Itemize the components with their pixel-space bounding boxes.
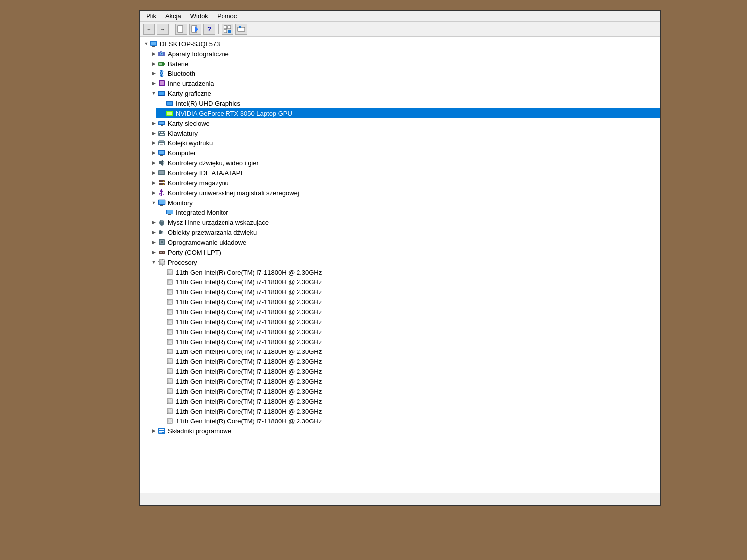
tree-item-monitors[interactable]: ▼ Monitory	[148, 198, 660, 208]
tree-item-int-monitor[interactable]: Integrated Monitor	[156, 208, 660, 217]
svg-rect-74	[160, 252, 161, 253]
computer-label: Komputer	[168, 149, 196, 157]
tree-root[interactable]: ▼ DESKTOP-SJQL573	[140, 39, 660, 49]
tree-item-cpu-4[interactable]: 11th Gen Intel(R) Core(TM) i7-11800H @ 2…	[156, 297, 660, 307]
cpu-13-label: 11th Gen Intel(R) Core(TM) i7-11800H @ 2…	[176, 388, 322, 395]
tree-item-bluetooth[interactable]: ▶ Bluetooth	[148, 69, 660, 78]
monitors-expand[interactable]: ▼	[150, 199, 158, 207]
tree-item-cpu-14[interactable]: 11th Gen Intel(R) Core(TM) i7-11800H @ 2…	[156, 396, 660, 406]
audio-obj-label: Obiekty przetwarzania dźwięku	[168, 229, 257, 236]
software-expand[interactable]: ▶	[150, 427, 158, 435]
tree-item-cpu-3[interactable]: 11th Gen Intel(R) Core(TM) i7-11800H @ 2…	[156, 287, 660, 297]
svg-rect-40	[164, 132, 165, 133]
cpu-11-label: 11th Gen Intel(R) Core(TM) i7-11800H @ 2…	[176, 368, 322, 375]
tree-item-batteries[interactable]: ▶ Baterie	[148, 59, 660, 69]
audio-obj-icon	[158, 228, 166, 236]
tree-item-cpu-13[interactable]: 11th Gen Intel(R) Core(TM) i7-11800H @ 2…	[156, 386, 660, 396]
other-expand[interactable]: ▶	[150, 79, 158, 87]
storage-label: Kontrolery magazynu	[168, 179, 229, 187]
root-label: DESKTOP-SJQL573	[160, 40, 220, 48]
menu-pomoc[interactable]: Pomoc	[213, 11, 241, 21]
tree-item-audio-obj[interactable]: ▶ Obiekty przetwarzania dźwięku	[148, 227, 660, 237]
update-driver-button[interactable]	[189, 24, 201, 35]
keyboards-expand[interactable]: ▶	[150, 129, 158, 137]
menu-akcja[interactable]: Akcja	[161, 11, 185, 21]
svg-rect-37	[159, 132, 160, 133]
print-expand[interactable]: ▶	[150, 139, 158, 147]
tree-item-cpu-1[interactable]: 11th Gen Intel(R) Core(TM) i7-11800H @ 2…	[156, 267, 660, 277]
tree-item-firmware[interactable]: ▶ Oprogramowanie układowe	[148, 237, 660, 247]
tree-item-gpus[interactable]: ▼ Karty graficzne	[148, 88, 660, 98]
tree-item-cpu-11[interactable]: 11th Gen Intel(R) Core(TM) i7-11800H @ 2…	[156, 366, 660, 376]
tree-item-cpu-9[interactable]: 11th Gen Intel(R) Core(TM) i7-11800H @ 2…	[156, 347, 660, 356]
sound-icon	[158, 159, 166, 167]
firmware-expand[interactable]: ▶	[150, 238, 158, 246]
root-expand[interactable]: ▼	[142, 40, 150, 48]
svg-rect-8	[224, 30, 227, 33]
ide-expand[interactable]: ▶	[150, 169, 158, 177]
svg-rect-72	[161, 241, 163, 243]
tree-item-mice[interactable]: ▶ Mysz i inne urządzenia wskazujące	[148, 217, 660, 227]
intel-gpu-icon	[166, 99, 174, 107]
sound-expand[interactable]: ▶	[150, 159, 158, 167]
svg-rect-65	[168, 214, 171, 215]
help-button[interactable]: ?	[203, 24, 215, 35]
cpu-4-label: 11th Gen Intel(R) Core(TM) i7-11800H @ 2…	[176, 298, 322, 306]
tree-item-cpu-7[interactable]: 11th Gen Intel(R) Core(TM) i7-11800H @ 2…	[156, 327, 660, 337]
back-button[interactable]: ←	[143, 24, 155, 35]
tree-item-computer[interactable]: ▶ Komputer	[148, 148, 660, 158]
tree-view[interactable]: ▼ DESKTOP-SJQL573 ▶	[140, 37, 660, 493]
svg-rect-19	[160, 51, 162, 52]
update-icon	[191, 25, 199, 33]
batteries-expand[interactable]: ▶	[150, 60, 158, 68]
audio-obj-expand[interactable]: ▶	[150, 228, 158, 236]
tree-item-cpu-10[interactable]: 11th Gen Intel(R) Core(TM) i7-11800H @ 2…	[156, 356, 660, 366]
svg-rect-10	[238, 27, 245, 31]
tree-item-ide[interactable]: ▶ Kontrolery IDE ATA/ATAPI	[148, 168, 660, 178]
comp-icon	[158, 149, 166, 157]
tree-item-intel-uhd[interactable]: Intel(R) UHD Graphics	[156, 98, 660, 108]
tree-item-nvidia[interactable]: NVIDIA GeForce RTX 3050 Laptop GPU	[156, 108, 660, 118]
view-button[interactable]	[222, 24, 233, 35]
tree-item-cpu-12[interactable]: 11th Gen Intel(R) Core(TM) i7-11800H @ 2…	[156, 376, 660, 386]
svg-rect-22	[159, 63, 162, 65]
svg-rect-52	[159, 171, 164, 174]
cpu-12-label: 11th Gen Intel(R) Core(TM) i7-11800H @ 2…	[176, 378, 322, 385]
tree-item-processors[interactable]: ▼ Procesory	[148, 257, 660, 267]
tree-item-sound[interactable]: ▶ Kontrolery dźwięku, wideo i gier	[148, 158, 660, 168]
mice-expand[interactable]: ▶	[150, 218, 158, 226]
tree-item-cameras[interactable]: ▶ Aparaty fotograficzne	[148, 49, 660, 59]
computer-expand[interactable]: ▶	[150, 149, 158, 157]
tree-item-keyboards[interactable]: ▶ Klawiatury	[148, 128, 660, 138]
tree-item-ports[interactable]: ▶ Porty (COM i LPT)	[148, 247, 660, 257]
tree-item-other[interactable]: ▶ Inne urządzenia	[148, 78, 660, 88]
ports-expand[interactable]: ▶	[150, 248, 158, 256]
cpu-14-icon	[166, 397, 174, 405]
tree-item-cpu-5[interactable]: 11th Gen Intel(R) Core(TM) i7-11800H @ 2…	[156, 307, 660, 317]
tree-item-cpu-15[interactable]: 11th Gen Intel(R) Core(TM) i7-11800H @ 2…	[156, 406, 660, 416]
network-label: Karty sieciowe	[168, 120, 210, 127]
menu-plik[interactable]: Plik	[142, 11, 160, 21]
cameras-expand[interactable]: ▶	[150, 50, 158, 58]
svg-rect-28	[158, 95, 165, 96]
network-expand[interactable]: ▶	[150, 119, 158, 127]
usb-expand[interactable]: ▶	[150, 189, 158, 197]
forward-button[interactable]: →	[157, 24, 169, 35]
storage-expand[interactable]: ▶	[150, 179, 158, 187]
tree-item-cpu-6[interactable]: 11th Gen Intel(R) Core(TM) i7-11800H @ 2…	[156, 317, 660, 327]
tree-item-usb[interactable]: ▶ Kontrolery uniwersalnej magistrali sze…	[148, 188, 660, 198]
svg-rect-110	[168, 380, 171, 383]
processors-expand[interactable]: ▼	[150, 258, 158, 266]
properties-button[interactable]	[175, 24, 187, 35]
tree-item-storage[interactable]: ▶ Kontrolery magazynu	[148, 178, 660, 188]
tree-item-cpu-8[interactable]: 11th Gen Intel(R) Core(TM) i7-11800H @ 2…	[156, 337, 660, 347]
tree-item-cpu-2[interactable]: 11th Gen Intel(R) Core(TM) i7-11800H @ 2…	[156, 277, 660, 287]
tree-item-network[interactable]: ▶ Karty sieciowe	[148, 118, 660, 128]
bluetooth-expand[interactable]: ▶	[150, 70, 158, 77]
menu-widok[interactable]: Widok	[186, 11, 212, 21]
tree-item-print[interactable]: ▶ Kolejki wydruku	[148, 138, 660, 148]
tree-item-software[interactable]: ▶ Składniki programowe	[148, 426, 660, 436]
gpus-expand[interactable]: ▼	[150, 89, 158, 97]
scan-button[interactable]	[235, 24, 247, 35]
tree-item-cpu-16[interactable]: 11th Gen Intel(R) Core(TM) i7-11800H @ 2…	[156, 416, 660, 426]
